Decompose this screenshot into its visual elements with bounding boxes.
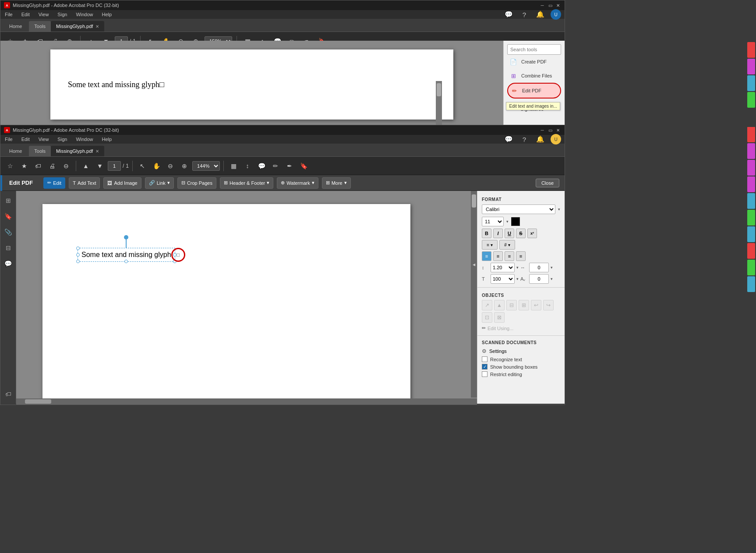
- handle-bl[interactable]: [76, 260, 80, 263]
- comment-icon-top[interactable]: 💬: [502, 8, 515, 21]
- scrollbar-thumb-top[interactable]: [437, 83, 441, 96]
- pen-btn-bottom[interactable]: ✏: [269, 160, 282, 172]
- strikethrough-btn[interactable]: S: [516, 229, 526, 238]
- sidebar-icon-page[interactable]: ⊞: [2, 194, 14, 207]
- tab-blue-3[interactable]: [747, 276, 755, 292]
- restrict-editing-checkbox[interactable]: [482, 371, 488, 377]
- profile-icon-top[interactable]: U: [550, 8, 562, 21]
- hand-btn-bottom[interactable]: ✋: [150, 160, 163, 172]
- top-tab-purple[interactable]: [747, 59, 755, 74]
- combine-files-item[interactable]: ⊞ Combine Files: [507, 69, 561, 83]
- more-btn[interactable]: ⊞ More ▾: [322, 177, 351, 189]
- handle-ml[interactable]: [76, 253, 80, 257]
- comment-btn-bottom[interactable]: 💬: [255, 160, 268, 172]
- sidebar-icon-layers[interactable]: ⊟: [2, 242, 14, 254]
- zoom-out-btn-bottom[interactable]: ⊖: [164, 160, 177, 172]
- handle-bm[interactable]: [124, 260, 128, 263]
- menu-view-top[interactable]: View: [37, 11, 51, 18]
- scale-select[interactable]: 100: [491, 274, 515, 284]
- menu-file-bottom[interactable]: File: [3, 136, 14, 143]
- close-btn-bottom[interactable]: ✕: [555, 127, 561, 133]
- tab-close-top[interactable]: ✕: [95, 24, 99, 29]
- edit-pdf-item[interactable]: ✏ Edit PDF: [507, 83, 561, 99]
- top-tab-blue[interactable]: [747, 75, 755, 91]
- minimize-btn-top[interactable]: ─: [539, 2, 545, 8]
- tab-home-top[interactable]: Home: [4, 21, 27, 32]
- create-pdf-item[interactable]: 📄 Create PDF: [507, 55, 561, 69]
- restore-btn-top[interactable]: ▭: [547, 2, 553, 8]
- menu-edit-bottom[interactable]: Edit: [20, 136, 32, 143]
- bullet-list-btn[interactable]: ≡ ▾: [482, 240, 498, 250]
- help-icon-top[interactable]: ?: [518, 8, 530, 21]
- tab-green-2[interactable]: [747, 260, 755, 275]
- header-footer-btn[interactable]: ⊞ Header & Footer ▾: [220, 177, 273, 189]
- menu-window-top[interactable]: Window: [74, 11, 95, 18]
- bold-btn[interactable]: B: [482, 229, 491, 238]
- tab-purple-1[interactable]: [747, 143, 755, 159]
- tab-blue-2[interactable]: [747, 226, 755, 242]
- tab-close-bottom[interactable]: ✕: [95, 149, 99, 154]
- italic-btn[interactable]: I: [493, 229, 503, 238]
- tab-red[interactable]: [747, 127, 755, 142]
- prev-page-btn-bottom[interactable]: ▲: [80, 160, 92, 172]
- scrollbar-bottom-h[interactable]: [16, 398, 477, 405]
- zoom-fit-btn-bottom[interactable]: ⊖: [60, 160, 72, 172]
- zoom-select-bottom[interactable]: 144%: [192, 161, 220, 171]
- align-right-btn[interactable]: ≡: [505, 251, 514, 261]
- edit-btn[interactable]: ✏ Edit: [43, 177, 65, 189]
- font-select[interactable]: Calibri: [482, 204, 555, 214]
- tab-tools-bottom[interactable]: Tools: [29, 146, 51, 156]
- menu-view-bottom[interactable]: View: [37, 136, 51, 143]
- tag-btn-bottom[interactable]: 🏷: [32, 160, 44, 172]
- sidebar-icon-attach[interactable]: 📎: [2, 226, 14, 238]
- help-icon-bottom[interactable]: ?: [518, 133, 530, 145]
- close-btn-top[interactable]: ✕: [555, 2, 561, 8]
- color-picker-btn[interactable]: [511, 217, 520, 226]
- tab-red-2[interactable]: [747, 243, 755, 259]
- show-bounding-checkbox[interactable]: ✓: [482, 364, 488, 370]
- window-controls-top[interactable]: ─ ▭ ✕: [539, 2, 561, 8]
- settings-row[interactable]: ⚙ Settings: [477, 347, 565, 356]
- top-tab-red[interactable]: [747, 42, 755, 58]
- star-btn-bottom[interactable]: ★: [18, 160, 30, 172]
- add-text-btn[interactable]: T Add Text: [69, 177, 100, 189]
- watermark-btn[interactable]: ⊕ Watermark ▾: [277, 177, 318, 189]
- scroll-btn-bottom[interactable]: ↕: [241, 160, 254, 172]
- crop-pages-btn[interactable]: ⊟ Crop Pages: [177, 177, 216, 189]
- menu-window-bottom[interactable]: Window: [74, 136, 95, 143]
- top-tab-green[interactable]: [747, 92, 755, 108]
- superscript-btn[interactable]: x²: [527, 229, 537, 238]
- baseline-input[interactable]: [529, 274, 549, 284]
- link-btn[interactable]: 🔗 Link ▾: [145, 177, 174, 189]
- align-left-btn[interactable]: ≡: [482, 251, 491, 261]
- restore-btn-bottom[interactable]: ▭: [547, 127, 553, 133]
- menu-file-top[interactable]: File: [3, 11, 14, 18]
- search-tools-input[interactable]: [507, 44, 561, 55]
- menu-sign-bottom[interactable]: Sign: [56, 136, 69, 143]
- tab-purple-2[interactable]: [747, 160, 755, 176]
- profile-icon-bottom[interactable]: U: [550, 133, 562, 145]
- font-size-select[interactable]: 11: [482, 217, 504, 226]
- align-center-btn[interactable]: ≡: [493, 251, 503, 261]
- menu-edit-top[interactable]: Edit: [20, 11, 32, 18]
- tab-tools-top[interactable]: Tools: [29, 21, 51, 32]
- scrollbar-thumb-h[interactable]: [25, 399, 51, 404]
- sign-btn-bottom[interactable]: ✒: [283, 160, 296, 172]
- scrollbar-thumb-right[interactable]: [472, 194, 476, 208]
- text-box-selected[interactable]: Some text and missing glyph □: [78, 248, 175, 262]
- scrollbar-top[interactable]: [436, 81, 442, 127]
- tab-home-bottom[interactable]: Home: [4, 146, 27, 156]
- tab-file-bottom[interactable]: MissingGlyph.pdf ✕: [51, 146, 104, 156]
- menu-help-bottom[interactable]: Help: [100, 136, 114, 143]
- tab-green-1[interactable]: [747, 210, 755, 225]
- sidebar-icon-bookmark[interactable]: 🔖: [2, 210, 14, 222]
- page-input-bottom[interactable]: [108, 161, 121, 171]
- menu-sign-top[interactable]: Sign: [56, 11, 69, 18]
- line-spacing-select[interactable]: 1.20: [491, 263, 515, 272]
- print-btn-bottom[interactable]: 🖨: [46, 160, 58, 172]
- menu-help-top[interactable]: Help: [100, 11, 114, 18]
- select-btn-bottom[interactable]: ↖: [136, 160, 148, 172]
- fit-btn-bottom[interactable]: ▦: [227, 160, 240, 172]
- align-justify-btn[interactable]: ≡: [516, 251, 526, 261]
- sidebar-icon-tag[interactable]: 🏷: [2, 388, 14, 400]
